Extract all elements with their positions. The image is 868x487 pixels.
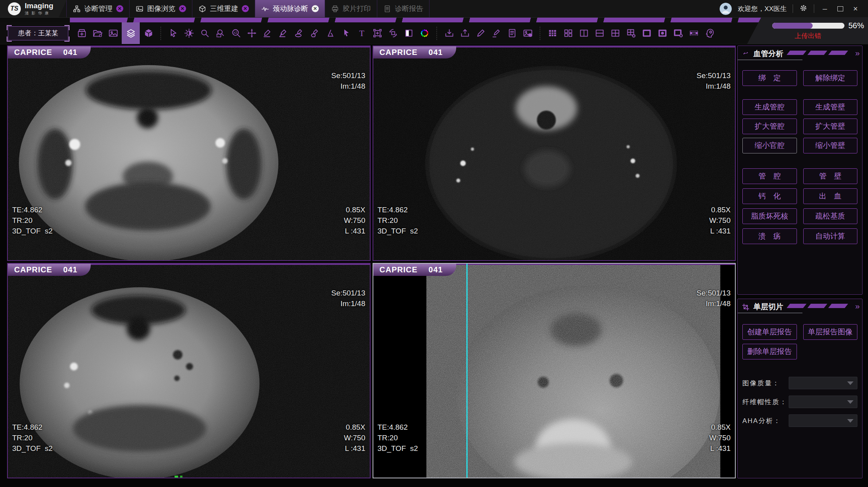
lipid-necrotic-core-button[interactable]: 脂质坏死核 xyxy=(742,208,797,224)
draw-pen-line-button[interactable] xyxy=(489,25,503,42)
minimize-button[interactable]: – xyxy=(820,5,830,13)
tab-diagnosis-report[interactable]: 诊断报告 xyxy=(377,0,429,17)
generate-lumen-button[interactable]: 生成管腔 xyxy=(742,99,797,115)
upload-button[interactable] xyxy=(458,25,472,42)
crop-slice-icon xyxy=(742,303,750,311)
cursor-button[interactable] xyxy=(166,25,180,42)
patient-selector[interactable]: 患者：王某某 xyxy=(8,26,68,40)
tab-image-browse[interactable]: 图像浏览 ✕ xyxy=(129,0,192,17)
layout-remove-button[interactable] xyxy=(624,25,638,42)
upload-icon xyxy=(460,28,470,38)
measure-line-button[interactable] xyxy=(260,25,274,42)
auto-calculate-button[interactable]: 自动计算 xyxy=(803,228,858,244)
waveform-icon xyxy=(261,5,269,13)
zoom-button[interactable] xyxy=(197,25,212,42)
enlarge-wall-button[interactable]: 扩大管壁 xyxy=(803,119,858,134)
invert-icon xyxy=(404,28,414,38)
close-tab-icon[interactable]: ✕ xyxy=(242,5,249,12)
maximize-button[interactable] xyxy=(835,5,845,13)
delete-slice-report-button[interactable]: 删除单层报告 xyxy=(742,344,797,359)
wall-button[interactable]: 管 壁 xyxy=(803,168,858,184)
shrink-lumen-button[interactable]: 缩小官腔 xyxy=(742,138,797,153)
brand-name-cn: 清影华康 xyxy=(25,11,53,15)
panel-collapse-icon[interactable]: » xyxy=(855,48,859,58)
viewport-top-left[interactable]: CAPRICE041 Se:501/13Im:1/48 TE:4.862TR:2… xyxy=(7,46,371,261)
layout-grid-button[interactable] xyxy=(545,25,559,42)
view-3d-button[interactable] xyxy=(141,25,155,42)
zoom-region-button[interactable] xyxy=(213,25,227,42)
window-level-icon xyxy=(184,28,194,38)
shrink-wall-button[interactable]: 缩小管壁 xyxy=(803,138,858,153)
enlarge-lumen-button[interactable]: 扩大管腔 xyxy=(742,119,797,134)
pan-button[interactable] xyxy=(245,25,259,42)
window-level-button[interactable] xyxy=(182,25,196,42)
tab-recon-3d[interactable]: 三维重建 ✕ xyxy=(192,0,255,17)
crosshair-reference-line[interactable] xyxy=(466,264,468,478)
pointer-button[interactable] xyxy=(339,25,353,42)
calcification-button[interactable]: 钙 化 xyxy=(742,188,797,204)
zoom-2x-button[interactable]: x2 xyxy=(229,25,243,42)
roi-box-button[interactable] xyxy=(370,25,384,42)
key-image-button[interactable] xyxy=(521,25,535,42)
close-button[interactable]: × xyxy=(851,5,860,13)
lumen-button[interactable]: 管 腔 xyxy=(742,168,797,184)
tab-carotid-diagnosis[interactable]: 颈动脉诊断 ✕ xyxy=(255,0,325,17)
angle-button[interactable] xyxy=(323,25,337,42)
draw-pen-button[interactable] xyxy=(473,25,488,42)
report-button[interactable] xyxy=(505,25,519,42)
viewport-bottom-left[interactable]: CAPRICE041 Se:501/13Im:1/48 TE:4.862TR:2… xyxy=(7,263,371,478)
tab-film-print[interactable]: 胶片打印 xyxy=(325,0,377,17)
download-button[interactable] xyxy=(442,25,456,42)
overlay-display-info: 0.85XW:750L :431 xyxy=(344,401,365,475)
image-quality-select[interactable] xyxy=(789,377,857,389)
settings-button[interactable] xyxy=(799,4,808,14)
aha-analysis-select[interactable] xyxy=(789,414,857,427)
slice-report-image-button[interactable]: 单层报告图像 xyxy=(803,324,858,340)
overlay-display-info: 0.85XW:750L :431 xyxy=(709,183,731,257)
filmstrip-button[interactable] xyxy=(687,25,701,42)
upload-progress-bar xyxy=(772,23,844,29)
unbind-button[interactable]: 解除绑定 xyxy=(803,70,858,86)
viewport-top-right[interactable]: CAPRICE041 Se:501/13Im:1/48 TE:4.862TR:2… xyxy=(373,46,736,261)
close-tab-icon[interactable]: ✕ xyxy=(179,5,186,12)
ai-assist-button[interactable] xyxy=(702,25,716,42)
layout-quad-button[interactable] xyxy=(608,25,622,42)
layout-single-button[interactable] xyxy=(640,25,654,42)
create-slice-report-button[interactable]: 创建单层报告 xyxy=(742,324,797,340)
invert-button[interactable] xyxy=(402,25,416,42)
generate-wall-button[interactable]: 生成管壁 xyxy=(803,99,858,115)
tab-diagnosis-management[interactable]: 诊断管理 ✕ xyxy=(66,0,130,17)
close-tab-icon[interactable]: ✕ xyxy=(116,5,123,12)
header-decoration xyxy=(788,51,846,55)
close-tab-icon[interactable]: ✕ xyxy=(312,5,319,12)
measure-freehand-button[interactable] xyxy=(307,25,322,42)
import-image-button[interactable] xyxy=(106,25,120,42)
user-avatar[interactable] xyxy=(720,3,732,15)
hemorrhage-button[interactable]: 出 血 xyxy=(803,188,858,204)
overlay-series-info: Se:501/13Im:1/48 xyxy=(696,266,731,330)
layout-quad-small-button[interactable] xyxy=(561,25,575,42)
layer-mode-button[interactable] xyxy=(122,22,140,44)
pseudo-color-button[interactable] xyxy=(417,25,431,42)
bind-button[interactable]: 绑 定 xyxy=(742,70,797,86)
loose-matrix-button[interactable]: 疏松基质 xyxy=(803,208,858,224)
viewport-bottom-right[interactable]: CAPRICE041 Se:501/13Im:1/48 TE:4.862TR:2… xyxy=(373,263,736,478)
layout-split-vertical-button[interactable] xyxy=(577,25,591,42)
cursor-icon xyxy=(168,28,179,38)
toolbar-divider xyxy=(161,27,161,40)
ulcer-button[interactable]: 溃 疡 xyxy=(742,228,797,244)
measure-angle-button[interactable] xyxy=(276,25,290,42)
measure-ellipse-button[interactable] xyxy=(292,25,306,42)
layout-split-horizontal-button[interactable] xyxy=(592,25,607,42)
layout-single-remove-button[interactable] xyxy=(671,25,685,42)
upload-status-text[interactable]: 上传出错 xyxy=(772,31,864,40)
open-study-button[interactable] xyxy=(90,25,104,42)
fibrous-cap-select[interactable] xyxy=(789,396,857,408)
welcome-text: 欢迎您，XX医生 xyxy=(738,4,787,13)
text-annotation-button[interactable]: T xyxy=(355,25,369,42)
panel-collapse-icon[interactable]: » xyxy=(855,301,859,311)
rotate-button[interactable] xyxy=(386,25,400,42)
overlay-acquisition-info: TE:4.862TR:203D_TOF s2 xyxy=(378,401,418,475)
layout-single-circle-button[interactable] xyxy=(655,25,669,42)
new-study-button[interactable] xyxy=(75,25,89,42)
